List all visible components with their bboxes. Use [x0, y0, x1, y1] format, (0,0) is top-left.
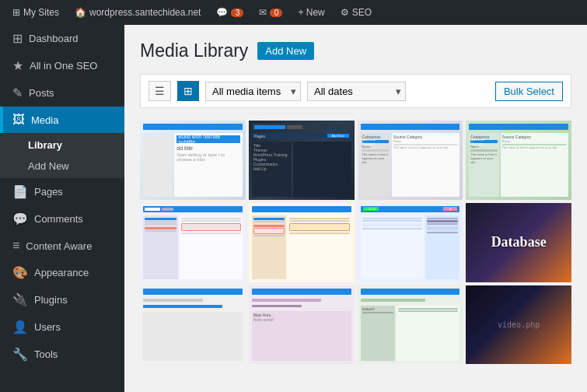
seo-menu[interactable]: ⚙ SEO [334, 0, 378, 25]
media-item[interactable]: Pages Add New Title Themes WordPress Tra… [249, 121, 355, 200]
sidebar-item-content-aware[interactable]: ≡ Content Aware [0, 233, 124, 259]
plugins-icon: 🔌 [12, 292, 28, 307]
sidebar-label-users: Users [34, 321, 61, 333]
sidebar-item-appearance[interactable]: 🎨 Appearance [0, 259, 124, 286]
database-text: Database [466, 203, 571, 282]
date-filter[interactable]: All dates January 2024 December 2023 [307, 82, 406, 101]
main-content: Media Library Add New ☰ ⊞ All media item… [124, 25, 587, 392]
comments-sidebar-icon: 💬 [12, 212, 28, 226]
media-icon: 🖼 [12, 113, 25, 127]
posts-icon: ✎ [12, 86, 23, 100]
site-name-menu[interactable]: 🏠 wordpress.santechidea.net [68, 0, 207, 25]
users-icon: 👤 [12, 320, 28, 334]
gradient-thumb-text: video.php [498, 320, 540, 329]
page-header: Media Library Add New [140, 40, 571, 61]
messages-count: 0 [270, 9, 282, 17]
sidebar-label-media: Media [31, 114, 58, 126]
content-aware-icon: ≡ [12, 239, 19, 253]
sidebar-label-comments: Comments [34, 213, 83, 225]
messages-menu[interactable]: ✉ 0 [253, 0, 288, 25]
sidebar-item-posts[interactable]: ✎ Posts [0, 79, 124, 107]
seo-label: SEO [352, 7, 372, 18]
page-title: Media Library [140, 40, 248, 61]
date-filter-wrap: All dates January 2024 December 2023 [307, 82, 406, 101]
admin-bar: ⊞ My Sites 🏠 wordpress.santechidea.net 💬… [0, 0, 587, 25]
new-content-label: + New [298, 7, 324, 18]
media-item[interactable]: Categories Add New Category Name The nam… [358, 121, 463, 200]
sidebar-item-users[interactable]: 👤 Users [0, 313, 124, 341]
media-item[interactable]: Build with narrate subtitle dd title Sta… [140, 121, 246, 200]
grid-view-button[interactable]: ⊞ [177, 81, 199, 101]
wp-icon: ⊞ [12, 7, 20, 18]
sidebar-item-tools[interactable]: 🔧 Tools [0, 341, 124, 368]
home-icon: 🏠 [75, 7, 86, 18]
tools-icon: 🔧 [12, 347, 28, 362]
media-item[interactable]: Categories Add New Category Name The nam… [466, 121, 571, 200]
media-item[interactable]: Main Area Hello world! [249, 285, 355, 365]
site-url-label: wordpress.santechidea.net [89, 7, 201, 18]
add-new-button[interactable]: Add New [257, 42, 314, 60]
sidebar-label-content-aware: Content Aware [26, 240, 92, 252]
list-view-button[interactable]: ☰ [148, 81, 171, 101]
sidebar-label-plugins: Plugins [34, 294, 68, 306]
media-item[interactable] [140, 285, 246, 365]
media-submenu: Library Add New [0, 133, 124, 178]
sidebar-label-posts: Posts [29, 87, 54, 99]
sidebar-subitem-library[interactable]: Library [0, 135, 124, 156]
sidebar-item-media[interactable]: 🖼 Media [0, 107, 124, 133]
sidebar-item-plugins[interactable]: 🔌 Plugins [0, 286, 124, 313]
bulk-select-button[interactable]: Bulk Select [495, 82, 563, 101]
media-item[interactable]: Database [466, 203, 571, 282]
messages-icon: ✉ [259, 7, 267, 18]
sidebar: ⊞ Dashboard ★ All in One SEO ✎ Posts 🖼 M… [0, 25, 124, 392]
new-content-menu[interactable]: + New [292, 0, 330, 25]
sidebar-label-tools: Tools [34, 348, 58, 360]
sidebar-item-comments[interactable]: 💬 Comments [0, 205, 124, 233]
pages-icon: 📄 [12, 184, 28, 199]
appearance-icon: 🎨 [12, 265, 28, 280]
comments-icon: 💬 [216, 7, 228, 18]
sidebar-label-seo: All in One SEO [30, 60, 97, 72]
comments-menu[interactable]: 💬 3 [210, 0, 250, 25]
settings-icon: ⚙ [341, 7, 349, 18]
media-type-filter-wrap: All media items Images Video Audio Docum… [205, 82, 301, 101]
seo-sidebar-icon: ★ [12, 58, 23, 73]
dashboard-icon: ⊞ [12, 31, 23, 46]
sidebar-label-pages: Pages [34, 186, 63, 198]
media-item[interactable]: ✓ Draft ● [358, 203, 463, 282]
comments-count: 3 [231, 9, 243, 17]
sidebar-item-dashboard[interactable]: ⊞ Dashboard [0, 25, 124, 52]
sidebar-subitem-add-new[interactable]: Add New [0, 156, 124, 177]
sidebar-item-seo[interactable]: ★ All in One SEO [0, 52, 124, 79]
media-type-filter[interactable]: All media items Images Video Audio Docum… [205, 82, 301, 101]
my-sites-label: My Sites [23, 7, 59, 18]
media-item[interactable]: READER [358, 285, 463, 365]
grid-icon: ⊞ [183, 85, 193, 97]
sidebar-label-appearance: Appearance [34, 267, 89, 278]
media-item[interactable] [140, 203, 246, 282]
media-item[interactable] [249, 203, 355, 282]
my-sites-menu[interactable]: ⊞ My Sites [6, 0, 65, 25]
sidebar-label-dashboard: Dashboard [29, 33, 79, 44]
media-toolbar: ☰ ⊞ All media items Images Video Audio D… [140, 74, 571, 108]
sidebar-item-pages[interactable]: 📄 Pages [0, 178, 124, 205]
media-grid: Build with narrate subtitle dd title Sta… [140, 121, 571, 364]
media-item[interactable]: video.php [466, 285, 571, 365]
list-icon: ☰ [155, 85, 165, 97]
main-layout: ⊞ Dashboard ★ All in One SEO ✎ Posts 🖼 M… [0, 25, 587, 392]
